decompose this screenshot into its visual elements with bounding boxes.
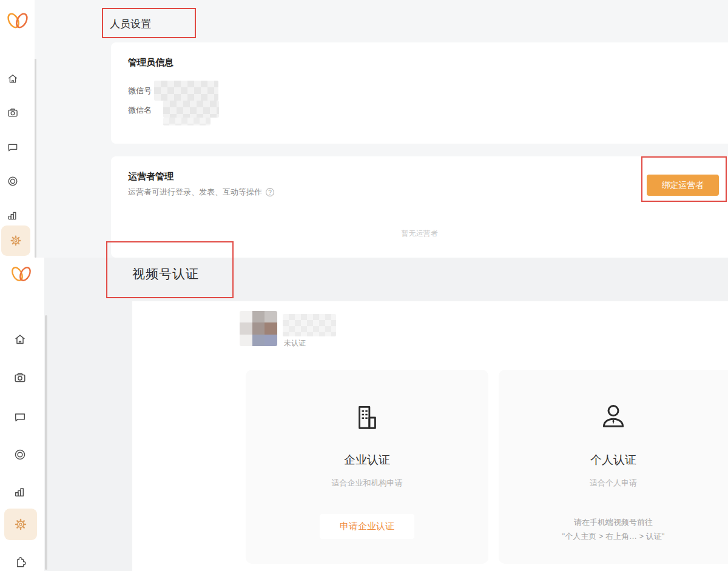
redacted-wechat-id	[154, 81, 218, 101]
admin-info-card: 管理员信息 微信号 微信名	[111, 42, 728, 144]
sidebar-item-settings[interactable]	[1, 225, 30, 256]
scrollbar[interactable]	[35, 59, 36, 258]
apply-enterprise-cert-button[interactable]: 申请企业认证	[320, 514, 414, 539]
sidebar-item-plugins[interactable]	[13, 553, 27, 568]
home-icon	[13, 333, 27, 346]
sidebar-item-content[interactable]	[13, 370, 27, 385]
page-title: 视频号认证	[132, 265, 199, 282]
camera-icon	[13, 371, 27, 384]
page-title: 人员设置	[110, 17, 151, 31]
avatar	[240, 311, 277, 346]
operator-subtitle: 运营者可进行登录、发表、互动等操作 ?	[128, 187, 274, 198]
sidebar-item-channels[interactable]	[13, 447, 27, 462]
sidebar-item-content[interactable]	[6, 106, 19, 119]
enterprise-verification-card: 企业认证 适合企业和机构申请 申请企业认证	[246, 370, 488, 564]
bar-chart-icon	[13, 485, 27, 498]
sidebar-item-stats[interactable]	[6, 209, 19, 222]
personal-cert-note: 请在手机端视频号前往 "个人主页 > 右上角… > 认证"	[499, 515, 728, 544]
sidebar-item-channels[interactable]	[6, 175, 19, 188]
verification-panel: 未认证 企业认证 适合企业和机构申请 申请企业认证	[132, 301, 728, 571]
person-icon	[599, 402, 628, 432]
note-line-2: "个人主页 > 右上角… > 认证"	[499, 529, 728, 543]
operator-management-card: 运营者管理 运营者可进行登录、发表、互动等操作 ? 绑定运营者 暂无运营者	[111, 156, 728, 258]
channels-logo-icon	[9, 262, 33, 286]
scrollbar[interactable]	[45, 315, 47, 570]
cert-card-title: 企业认证	[246, 452, 488, 468]
subtitle-text: 运营者可进行登录、发表、互动等操作	[128, 187, 262, 198]
comment-icon	[7, 141, 19, 153]
building-icon	[353, 404, 381, 432]
target-icon	[13, 448, 27, 461]
empty-operators-text: 暂无运营者	[111, 229, 728, 239]
sidebar	[0, 258, 44, 571]
sidebar	[0, 0, 35, 258]
bind-operator-button[interactable]: 绑定运营者	[647, 175, 719, 196]
sidebar-item-comments[interactable]	[6, 141, 19, 154]
status-badge: 未认证	[284, 338, 306, 349]
cert-card-desc: 适合企业和机构申请	[246, 478, 488, 489]
camera-icon	[7, 107, 19, 119]
wechat-name-label: 微信名	[128, 105, 152, 116]
sidebar-item-home[interactable]	[13, 332, 27, 347]
card-title: 管理员信息	[128, 57, 174, 68]
personnel-settings-screen: 人员设置 管理员信息 微信号 微信名 运营者管理 运营者可进行登录、发表、互动等…	[0, 0, 728, 258]
help-icon[interactable]: ?	[266, 188, 274, 196]
sidebar-item-home[interactable]	[6, 72, 19, 85]
channels-logo-icon	[5, 8, 30, 33]
gear-icon	[9, 234, 22, 247]
sidebar-item-comments[interactable]	[13, 410, 27, 424]
redacted-wechat-name-tail	[163, 118, 211, 125]
redacted-account-name	[283, 314, 336, 336]
sidebar-item-settings[interactable]	[4, 509, 37, 540]
cert-card-desc: 适合个人申请	[499, 478, 728, 489]
bar-chart-icon	[7, 209, 19, 221]
personal-verification-card: 个人认证 适合个人申请 请在手机端视频号前往 "个人主页 > 右上角… > 认证…	[499, 370, 728, 564]
redacted-wechat-name	[163, 101, 219, 118]
target-icon	[7, 175, 19, 187]
puzzle-icon	[13, 554, 27, 568]
sidebar-item-stats[interactable]	[13, 484, 27, 499]
verification-screen: 视频号认证 未认证 企业认证 适合企业和机构申请 申请企业认证	[0, 258, 728, 571]
cert-card-title: 个人认证	[499, 452, 728, 468]
note-line-1: 请在手机端视频号前往	[499, 515, 728, 529]
wechat-id-label: 微信号	[128, 85, 152, 96]
gear-icon	[13, 517, 28, 532]
card-title: 运营者管理	[128, 171, 174, 182]
home-icon	[7, 73, 19, 85]
comment-icon	[13, 410, 27, 424]
